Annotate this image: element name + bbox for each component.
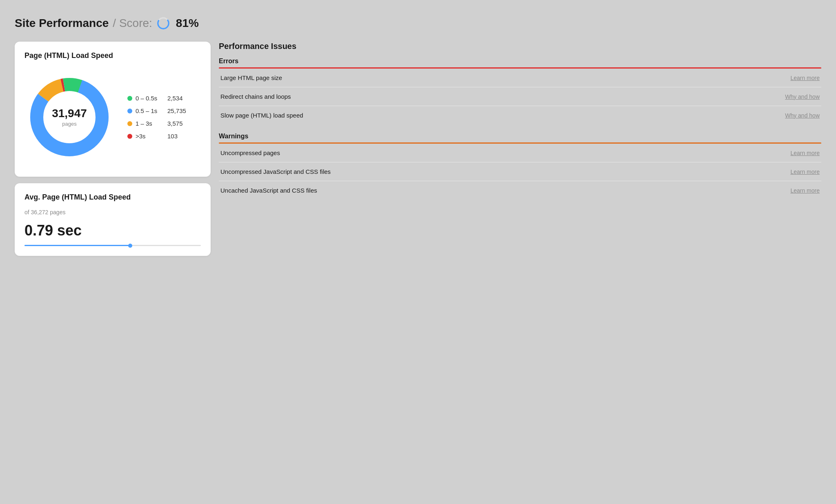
avg-bar-fill [24, 245, 130, 246]
issue-row: Uncached JavaScript and CSS files Learn … [219, 181, 821, 200]
avg-subtitle: of 36,272 pages [24, 209, 201, 215]
performance-issues-title: Performance Issues [219, 42, 821, 51]
avg-load-speed-card: Avg. Page (HTML) Load Speed of 36,272 pa… [15, 183, 211, 256]
learn-more-large-html[interactable]: Learn more [790, 75, 820, 81]
learn-more-uncompressed-pages[interactable]: Learn more [790, 150, 820, 156]
legend-count: 25,735 [167, 107, 186, 114]
issue-name-uncompressed-pages: Uncompressed pages [220, 149, 790, 156]
issue-row: Redirect chains and loops Why and how [219, 87, 821, 106]
warnings-group: Warnings Uncompressed pages Learn more U… [219, 133, 821, 200]
avg-bar-track [24, 245, 201, 246]
warnings-group-header: Warnings [219, 133, 821, 144]
legend-range: 0.5 – 1s [136, 107, 164, 114]
why-how-redirect[interactable]: Why and how [785, 93, 820, 100]
page-header: Site Performance / Score: 81% [15, 16, 821, 30]
legend-dot [127, 96, 132, 101]
score-icon [156, 16, 170, 30]
legend-dot [127, 121, 132, 126]
legend-item: 1 – 3s 3,575 [127, 120, 186, 127]
legend: 0 – 0.5s 2,534 0.5 – 1s 25,735 1 – 3s 3,… [127, 95, 186, 140]
issue-name-redirect: Redirect chains and loops [220, 93, 785, 100]
why-how-slow[interactable]: Why and how [785, 112, 820, 119]
donut-chart: 31,947 pages [24, 72, 114, 162]
legend-item: >3s 103 [127, 133, 186, 140]
donut-label: pages [62, 121, 76, 127]
legend-range: >3s [136, 133, 164, 140]
legend-item: 0.5 – 1s 25,735 [127, 107, 186, 114]
donut-value: 31,947 [52, 107, 87, 120]
errors-label: Errors [219, 58, 821, 65]
score-value: 81% [176, 17, 199, 30]
legend-dot [127, 109, 132, 113]
errors-group-header: Errors [219, 58, 821, 69]
donut-center: 31,947 pages [52, 107, 87, 127]
avg-bar-dot [128, 244, 132, 248]
score-label: / Score: [113, 17, 152, 30]
issue-row: Slow page (HTML) load speed Why and how [219, 106, 821, 124]
legend-item: 0 – 0.5s 2,534 [127, 95, 186, 102]
legend-count: 3,575 [167, 120, 183, 127]
page-title: Site Performance [15, 17, 109, 30]
issue-name-large-html: Large HTML page size [220, 74, 790, 81]
legend-count: 103 [167, 133, 178, 140]
issue-name-uncached-js-css: Uncached JavaScript and CSS files [220, 187, 790, 194]
right-panel: Performance Issues Errors Large HTML pag… [219, 42, 821, 208]
issue-name-slow-page: Slow page (HTML) load speed [220, 112, 785, 119]
left-panel: Page (HTML) Load Speed [15, 42, 211, 256]
warnings-label: Warnings [219, 133, 821, 140]
main-layout: Page (HTML) Load Speed [15, 42, 821, 256]
donut-section: 31,947 pages 0 – 0.5s 2,534 0.5 – 1s 25,… [24, 67, 201, 167]
issue-row: Large HTML page size Learn more [219, 69, 821, 87]
load-speed-card: Page (HTML) Load Speed [15, 42, 211, 177]
avg-value: 0.79 sec [24, 222, 201, 239]
legend-count: 2,534 [167, 95, 183, 102]
issue-name-uncompressed-js-css: Uncompressed JavaScript and CSS files [220, 168, 790, 175]
load-speed-title: Page (HTML) Load Speed [24, 51, 201, 60]
errors-group: Errors Large HTML page size Learn more R… [219, 58, 821, 124]
issue-row: Uncompressed pages Learn more [219, 144, 821, 162]
learn-more-uncached-js-css[interactable]: Learn more [790, 187, 820, 194]
legend-range: 1 – 3s [136, 120, 164, 127]
learn-more-uncompressed-js-css[interactable]: Learn more [790, 169, 820, 175]
legend-range: 0 – 0.5s [136, 95, 164, 102]
avg-title: Avg. Page (HTML) Load Speed [24, 193, 201, 202]
issue-row: Uncompressed JavaScript and CSS files Le… [219, 162, 821, 181]
legend-dot [127, 134, 132, 139]
